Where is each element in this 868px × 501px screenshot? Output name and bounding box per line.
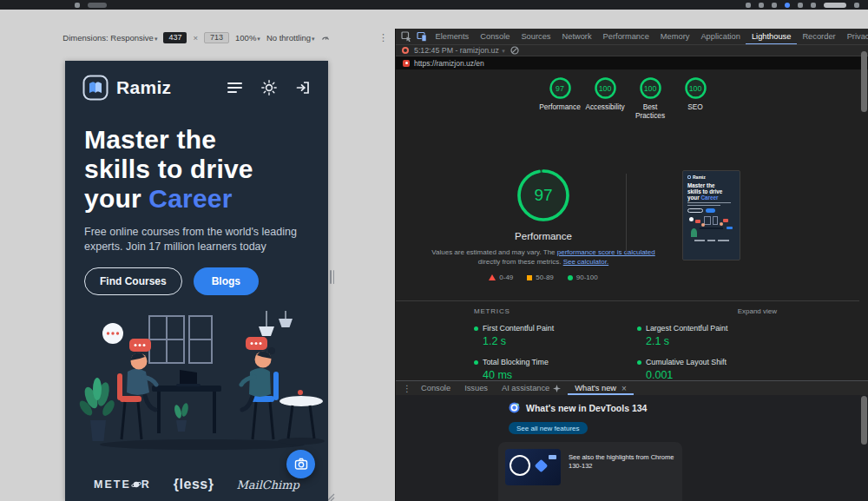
tab-lighthouse[interactable]: Lighthouse [746,29,797,45]
legend-fail-icon [489,274,496,280]
tab-elements[interactable]: Elements [430,29,475,45]
device-toolbar-toggle-icon[interactable] [417,31,427,42]
whats-new-title: What's new in DevTools 134 [526,403,647,413]
menubar-icon[interactable] [772,3,777,8]
theme-sun-icon[interactable] [261,80,277,96]
tab-console[interactable]: Console [475,29,516,45]
partner-logos: METE R {less} MailChimp [65,471,328,498]
category-scores: 97 Performance 100 Accessibility 100 [396,76,859,120]
metric-pass-icon [637,326,641,331]
lighthouse-report: https://ramizjon.uz/en 97 Performance 10… [396,56,868,380]
menubar-icon[interactable] [854,3,859,8]
site-brand[interactable]: Ramiz [82,75,171,101]
score-gauge: 100 [594,76,617,100]
performance-gauge-label: Performance [396,231,691,241]
blogs-button[interactable]: Blogs [194,267,259,295]
clear-reports-icon[interactable] [510,46,519,55]
throttling-value: No throttling [266,33,311,43]
page-screenshot-thumbnail: Ramiz Master the skills to drive your Ca… [682,170,740,260]
dimension-separator: × [193,33,198,43]
tab-recorder[interactable]: Recorder [797,29,841,45]
scrollbar-thumb[interactable] [861,51,867,112]
hero-heading: Master the skills to drive your Career [84,125,309,214]
mailchimp-logo: MailChimp [236,478,299,491]
height-input[interactable]: 713 [204,32,229,43]
menubar-status-dot [785,3,790,8]
drawer-tab-console[interactable]: Console [414,381,457,395]
tab-privacy-security[interactable]: Privacy and security [841,29,868,45]
menubar-pill[interactable] [88,3,107,8]
throttle-gauge-icon[interactable] [321,33,330,42]
heading-line-3: your [84,184,148,213]
tab-performance[interactable]: Performance [597,29,654,45]
menubar-icon[interactable] [746,3,751,8]
highlights-card[interactable]: See also the highlights from Chrome 130-… [498,442,682,501]
metric-lcp: Largest Contentful Paint 2.1 s [637,324,777,347]
metric-pass-icon [637,360,641,365]
score-legend: 0-49 50-89 90-100 [396,274,691,281]
inspect-icon[interactable] [401,31,411,42]
drawer-tab-whats-new[interactable]: What's new × [568,381,634,395]
menubar-icon[interactable] [759,3,764,8]
see-all-features-button[interactable]: See all new features [509,422,588,434]
devtools-panel: Elements Console Sources Network Perform… [395,29,868,501]
throttling-select[interactable]: No throttling▾ [266,33,315,43]
meteor-logo: METE R [94,478,151,491]
site-favicon [403,60,410,67]
whats-new-panel: What's new in DevTools 134 See all new f… [396,395,868,501]
score-gauge: 97 [549,76,572,100]
tab-network[interactable]: Network [556,29,597,45]
tab-application[interactable]: Application [695,29,746,45]
report-url: https://ramizjon.uz/en [414,59,484,68]
category-performance[interactable]: 97 Performance [538,76,582,120]
drawer-menu-kebab[interactable]: ⋮ [400,384,414,393]
menubar-icon[interactable] [75,3,80,8]
zoom-select[interactable]: 100%▾ [235,33,260,43]
expand-view-link[interactable]: Expand view [738,307,777,315]
menubar-icon[interactable] [798,3,803,8]
menu-icon[interactable] [227,81,243,95]
drawer-tab-issues[interactable]: Issues [457,381,495,395]
section-divider [626,174,627,254]
metrics-section: METRICS Expand view First Contentful Pai… [396,300,859,380]
login-icon[interactable] [295,80,311,96]
metric-pass-icon [474,326,478,331]
metric-pass-icon [474,360,478,365]
tab-memory[interactable]: Memory [654,29,695,45]
width-input[interactable]: 437 [163,32,187,43]
drawer-scrollbar-thumb[interactable] [861,396,867,445]
device-resize-handle[interactable] [330,270,334,284]
menubar-icon[interactable] [811,3,816,8]
see-calculator-link[interactable]: See calculator. [563,258,608,266]
whats-new-header: What's new in DevTools 134 [509,402,647,413]
devtools-drawer: ⋮ Console Issues AI assistance What's ne… [396,380,868,501]
planet-icon [131,479,141,490]
device-toolbar-menu[interactable]: ⋮ [378,31,388,43]
metric-tbt: Total Blocking Time 40 ms [474,358,637,380]
heading-line-2: skills to drive [84,155,253,183]
chevron-down-icon: ▾ [312,36,315,42]
screen: Dimensions: Responsive▾ 437 × 713 100%▾ … [0,0,868,501]
menubar-pill[interactable] [824,3,846,8]
dimensions-label: Dimensions: Responsive [62,33,154,43]
camera-icon [294,458,308,471]
category-accessibility[interactable]: 100 Accessibility [583,76,628,120]
report-selector[interactable]: 5:12:45 PM - ramizjon.uz ▾ [414,46,505,55]
dimensions-select[interactable]: Dimensions: Responsive▾ [62,33,157,43]
lighthouse-toolbar: 5:12:45 PM - ramizjon.uz ▾ [396,45,868,56]
tab-sources[interactable]: Sources [516,29,556,45]
device-viewport: Ramiz Master the skills to drive your Ca… [65,61,328,501]
mini-logo [687,175,691,179]
score-gauge: 100 [639,76,662,100]
close-icon[interactable]: × [621,384,627,393]
drawer-tab-ai-assistance[interactable]: AI assistance [495,381,568,395]
hero-section: Master the skills to drive your Career F… [65,125,328,295]
devtools-logo-icon [509,402,520,413]
menubar [0,0,868,10]
report-url-bar: https://ramizjon.uz/en [396,56,868,69]
calc-link[interactable]: performance score is calculated [557,248,655,256]
find-courses-button[interactable]: Find Courses [84,267,182,295]
screenshot-fab[interactable] [286,450,315,478]
category-seo[interactable]: 100 SEO [674,76,718,120]
category-best-practices[interactable]: 100 Best Practices [628,76,673,120]
